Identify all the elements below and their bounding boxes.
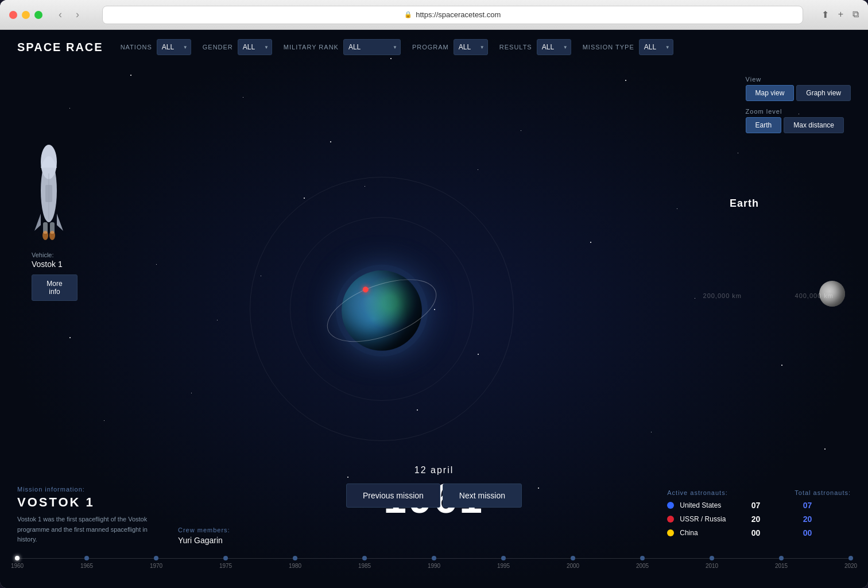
- mission-type-select-wrapper: ALL: [639, 39, 673, 55]
- timeline-dot[interactable]: [154, 556, 158, 560]
- mission-type-select[interactable]: ALL: [639, 39, 673, 55]
- timeline-dot[interactable]: [571, 556, 575, 560]
- program-select-wrapper: ALL: [454, 39, 488, 55]
- sidebar-icon[interactable]: ⧉: [852, 9, 859, 20]
- browser-window: ‹ › 🔒 https://spaceracetest.com ⬆ + ⧉: [0, 0, 868, 588]
- max-distance-zoom-button[interactable]: Max distance: [784, 117, 844, 133]
- timeline-dot[interactable]: [223, 556, 228, 560]
- lock-icon: 🔒: [404, 11, 412, 18]
- results-select-wrapper: ALL: [537, 39, 571, 55]
- zoom-label: Zoom level: [746, 108, 851, 115]
- mission-info-label: Mission information:: [17, 486, 155, 493]
- country-dot: [667, 529, 674, 536]
- app-logo: SPACE RACE: [17, 41, 103, 54]
- map-view-button[interactable]: Map view: [746, 85, 795, 101]
- results-filter-group: RESULTS ALL: [499, 39, 571, 55]
- address-bar[interactable]: 🔒 https://spaceracetest.com: [102, 6, 803, 24]
- total-count: 00: [795, 528, 812, 537]
- timeline-year-label: 1970: [150, 563, 162, 569]
- maximize-button[interactable]: [34, 11, 42, 19]
- right-controls: View Map view Graph view Zoom level Eart…: [746, 76, 851, 133]
- timeline-year-label: 2015: [775, 563, 788, 569]
- timeline-dot[interactable]: [501, 556, 506, 560]
- share-icon[interactable]: ⬆: [822, 9, 829, 20]
- mission-type-filter-label: MISSION TYPE: [583, 44, 634, 51]
- country-name: United States: [680, 501, 737, 509]
- nations-filter-group: NATIONS ALL: [121, 39, 191, 55]
- timeline-dot[interactable]: [432, 556, 436, 560]
- timeline-year-label: 2005: [636, 563, 649, 569]
- rocket-container: Vehicle: Vostok 1 More info: [32, 139, 78, 301]
- active-astronauts-section: Active astronauts: United States 07 USSR…: [667, 489, 760, 542]
- earth-zoom-button[interactable]: Earth: [746, 117, 782, 133]
- active-astronauts-label: Active astronauts:: [667, 489, 760, 496]
- view-btn-group: Map view Graph view: [746, 85, 851, 101]
- zoom-control-section: Zoom level Earth Max distance: [746, 108, 851, 133]
- crew-panel: Crew members: Yuri Gagarin: [178, 527, 230, 545]
- military-rank-filter-label: MILITARY RANK: [284, 44, 339, 51]
- program-select[interactable]: ALL: [454, 39, 488, 55]
- country-dot: [667, 502, 674, 509]
- timeline: 1960196519701975198019851990199520002005…: [17, 554, 851, 571]
- filter-bar: NATIONS ALL GENDER ALL: [121, 39, 851, 55]
- minimize-button[interactable]: [22, 11, 30, 19]
- military-rank-select[interactable]: ALL: [343, 39, 401, 55]
- spacecraft-dot: [362, 286, 370, 293]
- more-info-button[interactable]: More info: [32, 274, 78, 301]
- country-name: China: [680, 529, 737, 537]
- nations-select-wrapper: ALL: [157, 39, 191, 55]
- gender-select[interactable]: ALL: [238, 39, 272, 55]
- next-mission-button[interactable]: Next mission: [443, 483, 522, 508]
- crew-label: Crew members:: [178, 527, 230, 533]
- close-button[interactable]: [9, 11, 17, 19]
- total-astronauts-label: Total astronauts:: [795, 489, 851, 496]
- results-select[interactable]: ALL: [537, 39, 571, 55]
- timeline-year-label: 1960: [11, 563, 24, 569]
- forward-button[interactable]: ›: [71, 6, 84, 23]
- mission-type-filter-group: MISSION TYPE ALL: [583, 39, 673, 55]
- svg-point-4: [42, 231, 48, 240]
- total-astronaut-row: 07: [795, 501, 851, 510]
- timeline-dot[interactable]: [362, 556, 367, 560]
- total-astronaut-row: 20: [795, 514, 851, 524]
- browser-titlebar: ‹ › 🔒 https://spaceracetest.com ⬆ + ⧉: [0, 0, 868, 30]
- svg-point-5: [49, 231, 55, 240]
- url-text: https://spaceracetest.com: [416, 10, 501, 19]
- country-name: USSR / Russia: [680, 515, 737, 523]
- app-header: SPACE RACE NATIONS ALL GENDER ALL: [0, 30, 868, 64]
- timeline-dot[interactable]: [15, 556, 20, 560]
- timeline-year-label: 2000: [567, 563, 579, 569]
- browser-actions: ⬆ + ⧉: [822, 9, 859, 20]
- new-tab-icon[interactable]: +: [838, 9, 843, 20]
- mission-description: Vostok 1 was the first spaceflight of th…: [17, 514, 155, 545]
- vehicle-name: Vostok 1: [32, 260, 78, 269]
- earth-visualization: [342, 270, 422, 351]
- back-button[interactable]: ‹: [54, 6, 67, 23]
- active-astronauts-list: United States 07 USSR / Russia 20 China …: [667, 501, 760, 537]
- active-count: 20: [743, 514, 760, 524]
- active-astronaut-row: China 00: [667, 528, 760, 537]
- traffic-lights: [9, 11, 42, 19]
- timeline-dot[interactable]: [779, 556, 784, 560]
- timeline-dot[interactable]: [710, 556, 714, 560]
- timeline-year-label: 1985: [358, 563, 371, 569]
- earth-globe: [342, 270, 422, 351]
- timeline-dot[interactable]: [84, 556, 89, 560]
- timeline-year-label: 1980: [289, 563, 301, 569]
- date-day-month: 12 april: [383, 465, 485, 475]
- previous-mission-button[interactable]: Previous mission: [346, 483, 440, 508]
- timeline-dot[interactable]: [293, 556, 297, 560]
- graph-view-button[interactable]: Graph view: [796, 85, 851, 101]
- active-count: 00: [743, 528, 760, 537]
- nations-select[interactable]: ALL: [157, 39, 191, 55]
- timeline-year-label: 1965: [80, 563, 93, 569]
- military-rank-filter-group: MILITARY RANK ALL: [284, 39, 401, 55]
- timeline-dot[interactable]: [848, 556, 853, 560]
- total-count: 20: [795, 514, 812, 524]
- earth-label: Earth: [730, 198, 759, 210]
- view-control-section: View Map view Graph view: [746, 76, 851, 101]
- mission-info-panel: Mission information: VOSTOK 1 Vostok 1 w…: [17, 486, 155, 545]
- timeline-year-label: 2010: [706, 563, 718, 569]
- timeline-dot[interactable]: [640, 556, 645, 560]
- military-rank-select-wrapper: ALL: [343, 39, 401, 55]
